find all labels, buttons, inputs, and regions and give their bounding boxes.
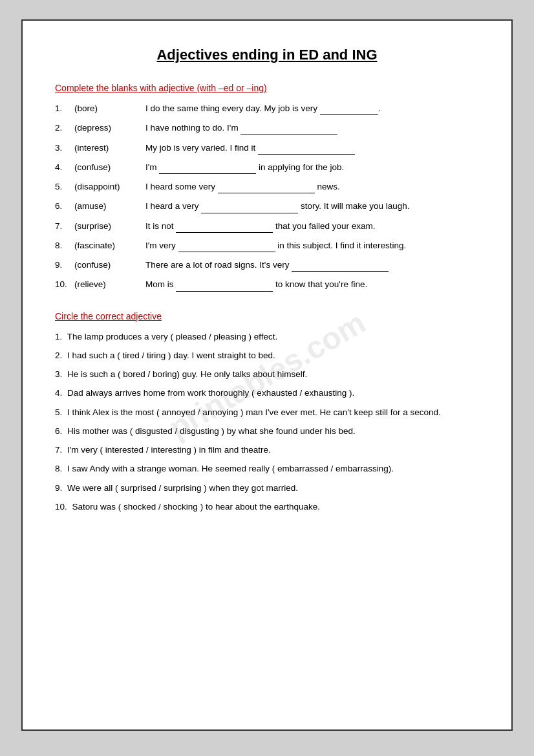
blank-field xyxy=(292,263,389,272)
list-item: 6. His mother was ( disgusted / disgusti… xyxy=(55,425,479,438)
list-item: 3. (interest) My job is very varied. I f… xyxy=(55,142,479,155)
list-item: 9. We were all ( surprised / surprising … xyxy=(55,482,479,495)
list-item: 8. I saw Andy with a strange woman. He s… xyxy=(55,462,479,475)
list-item: 9. (confuse) There are a lot of road sig… xyxy=(55,259,479,272)
blank-field xyxy=(218,184,315,193)
list-item: 2. (depress) I have nothing to do. I'm xyxy=(55,122,479,135)
page-title: Adjectives ending in ED and ING xyxy=(55,47,479,63)
blank-field xyxy=(178,243,275,252)
blank-field xyxy=(201,204,298,213)
worksheet: printables.com Adjectives ending in ED a… xyxy=(21,19,513,731)
section-circle: Circle the correct adjective 1. The lamp… xyxy=(55,311,479,514)
list-item: 8. (fascinate) I'm very in this subject.… xyxy=(55,239,479,252)
list-item: 2. I had such a ( tired / tiring ) day. … xyxy=(55,349,479,362)
blank-field xyxy=(258,146,355,155)
list-item: 10. (relieve) Mom is to know that you're… xyxy=(55,278,479,291)
section1-heading: Complete the blanks with adjective (with… xyxy=(55,83,479,93)
blank-field xyxy=(240,126,337,135)
list-item: 6. (amuse) I heard a very story. It will… xyxy=(55,200,479,213)
list-item: 1. (bore) I do the same thing every day.… xyxy=(55,102,479,115)
list-item: 3. He is such a ( bored / boring) guy. H… xyxy=(55,368,479,381)
section1-list: 1. (bore) I do the same thing every day.… xyxy=(55,102,479,292)
list-item: 5. (disappoint) I heard some very news. xyxy=(55,180,479,193)
section-fill-blanks: Complete the blanks with adjective (with… xyxy=(55,83,479,292)
list-item: 7. I'm very ( interested / interesting )… xyxy=(55,444,479,457)
section2-list: 1. The lamp produces a very ( pleased / … xyxy=(55,330,479,514)
list-item: 1. The lamp produces a very ( pleased / … xyxy=(55,330,479,343)
blank-field xyxy=(159,165,256,174)
section2-heading: Circle the correct adjective xyxy=(55,311,479,321)
list-item: 4. (confuse) I'm in applying for the job… xyxy=(55,161,479,174)
list-item: 4. Dad always arrives home from work tho… xyxy=(55,387,479,400)
blank-field xyxy=(320,106,378,115)
blank-field xyxy=(176,283,273,292)
list-item: 7. (surprise) It is not that you failed … xyxy=(55,220,479,233)
blank-field xyxy=(176,224,273,233)
list-item: 5. I think Alex is the most ( annoyed / … xyxy=(55,406,479,419)
list-item: 10. Satoru was ( shocked / shocking ) to… xyxy=(55,501,479,513)
